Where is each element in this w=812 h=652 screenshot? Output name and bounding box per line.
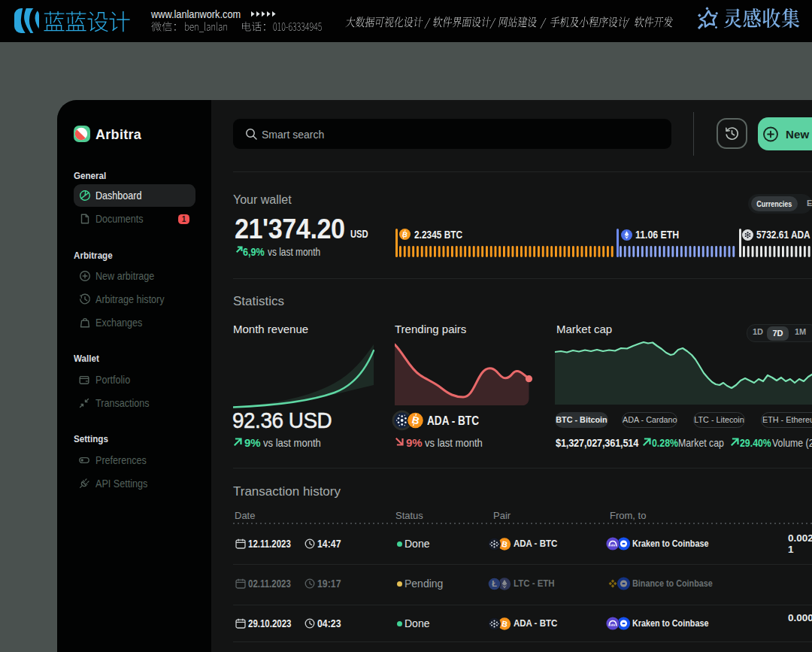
svg-text:Ł: Ł	[492, 579, 497, 588]
